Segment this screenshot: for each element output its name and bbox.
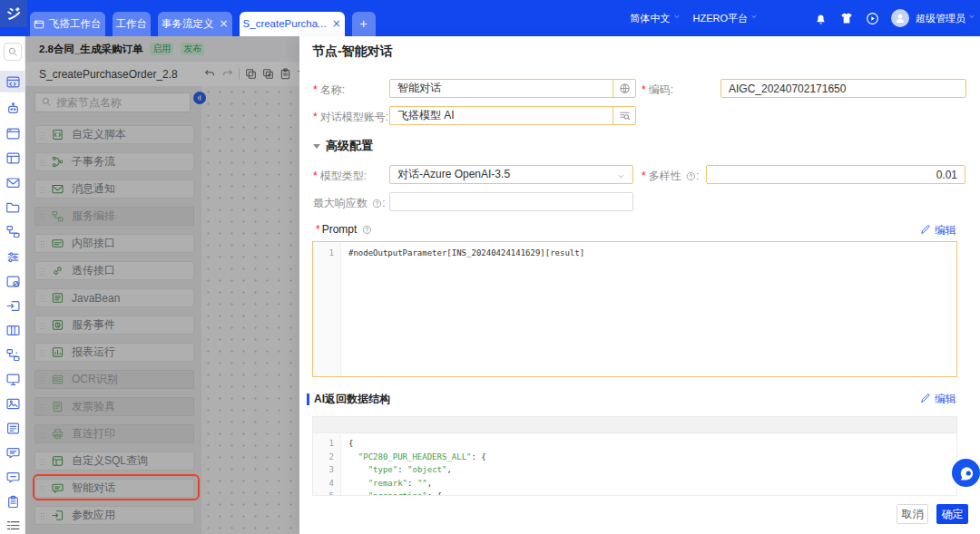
line-number: 3 — [313, 463, 334, 477]
section-accent-bar — [307, 393, 309, 405]
username-label: 超级管理员 — [916, 12, 965, 25]
chevron-down-icon — [674, 13, 681, 24]
tab-close-icon[interactable]: × — [220, 12, 229, 36]
model-select[interactable]: 对话-Azure OpenAI-3.5 — [389, 165, 633, 184]
editor-toolbar-strip — [313, 417, 956, 433]
editor-gutter — [313, 242, 341, 376]
icon-rail — [0, 36, 25, 534]
pencil-icon — [920, 224, 931, 238]
tab-2[interactable]: 工作台 — [113, 12, 152, 36]
rail-columns-icon[interactable] — [0, 319, 25, 341]
pencil-icon — [920, 393, 931, 406]
rail-robot-icon[interactable] — [0, 97, 25, 119]
rail-app-window2-icon[interactable] — [0, 147, 25, 169]
rail-folder-icon[interactable] — [0, 196, 25, 218]
cancel-button[interactable]: 取消 — [897, 504, 928, 524]
app-root: ジ 飞搭工作台工作台事务流定义×S_createPurcha...×+ 简体中文… — [0, 0, 980, 534]
notification-bell-icon[interactable] — [814, 12, 828, 25]
rail-sliders-icon[interactable] — [0, 246, 25, 267]
code-field-label: *编码: — [642, 83, 673, 98]
tab-3[interactable]: 事务流定义× — [158, 12, 232, 36]
rail-card-icon[interactable] — [0, 417, 25, 439]
help-icon[interactable] — [362, 225, 372, 235]
code-line-3: 3 "type": "object", — [313, 463, 956, 477]
new-tab-button[interactable]: + — [352, 12, 376, 36]
tab-label: S_createPurcha... — [243, 12, 327, 36]
ai-schema-header: AI返回数据结构 — [307, 392, 390, 407]
rail-window-block-icon[interactable] — [0, 270, 25, 292]
rail-monitor-icon[interactable] — [0, 368, 25, 390]
tab-label: 事务流定义 — [162, 12, 214, 36]
diversity-input[interactable]: 0.01 — [706, 165, 965, 184]
rail-list-menu-icon[interactable] — [0, 514, 25, 534]
tab-close-icon[interactable]: × — [332, 12, 341, 36]
rail-code-window-icon[interactable] — [0, 71, 25, 92]
chevron-down-icon — [618, 172, 626, 185]
advanced-section-header[interactable]: 高级配置 — [313, 138, 373, 154]
rail-import-icon[interactable] — [0, 295, 25, 316]
line-number: 1 — [313, 437, 334, 451]
collapse-caret-icon — [313, 144, 320, 149]
window-icon — [34, 19, 44, 30]
ok-button[interactable]: 确定 — [936, 504, 968, 524]
help-icon[interactable] — [686, 171, 696, 181]
line-number: 2 — [313, 451, 334, 464]
rail-send-icon[interactable] — [0, 466, 25, 488]
tab-4[interactable]: S_createPurcha...× — [240, 12, 345, 36]
code-line-1: 1{ — [313, 437, 956, 451]
language-switcher[interactable]: 简体中文 — [631, 12, 681, 25]
line-number: 5 — [313, 490, 334, 496]
tab-1[interactable]: 飞搭工作台 — [30, 12, 105, 36]
tenant-label: HZERO平台 — [693, 12, 749, 25]
user-menu[interactable]: 超级管理员 — [916, 12, 976, 25]
app-logo[interactable]: ジ — [0, 0, 27, 27]
lookup-icon[interactable] — [612, 107, 635, 124]
tab-label: 工作台 — [116, 12, 148, 36]
dialog-title: 节点-智能对话 — [312, 44, 393, 60]
modal-mask — [25, 36, 299, 534]
chevron-down-icon — [969, 13, 976, 24]
chevron-down-icon — [751, 13, 759, 24]
prompt-edit-link[interactable]: 编辑 — [920, 223, 956, 238]
max-resp-input[interactable] — [389, 192, 633, 211]
help-icon[interactable] — [372, 199, 382, 209]
tab-label: 飞搭工作台 — [49, 12, 102, 36]
prompt-editor[interactable]: 1#nodeOutputParameter[INS_20240424141629… — [312, 241, 957, 377]
line-number: 1 — [313, 247, 334, 260]
rail-flow-icon[interactable] — [0, 220, 25, 242]
code-line-2: 2 "PC280_PUR_HEADERS_ALL": { — [313, 451, 956, 464]
account-input[interactable]: 飞搭模型 AI — [389, 106, 636, 125]
rail-chat-icon[interactable] — [0, 442, 25, 463]
code-input[interactable]: AIGC_20240702171650 — [720, 79, 966, 98]
rail-search-button[interactable] — [4, 43, 22, 61]
assistant-chat-fab[interactable] — [952, 459, 980, 487]
node-config-dialog: 节点-智能对话 *名称: 智能对话 *编码: AIGC_202407021716… — [299, 36, 980, 534]
guide-play-icon[interactable] — [866, 12, 879, 25]
diversity-field-label: *多样性 : — [642, 169, 699, 184]
rail-flow2-icon[interactable] — [0, 344, 25, 365]
avatar[interactable] — [891, 9, 909, 27]
i18n-globe-icon[interactable] — [612, 80, 635, 97]
rail-app-window-icon[interactable] — [0, 122, 25, 144]
rail-paste-icon[interactable] — [0, 490, 25, 512]
ai-schema-edit-link[interactable]: 编辑 — [920, 392, 956, 407]
name-input[interactable]: 智能对话 — [389, 79, 636, 98]
code-line-1: 1#nodeOutputParameter[INS_20240424141629… — [313, 247, 956, 260]
topbar-right: 简体中文 HZERO平台 超级管理员 — [631, 0, 977, 36]
account-field-label: *对话模型账号: — [313, 110, 388, 125]
theme-shirt-icon[interactable] — [839, 11, 854, 25]
model-field-label: *模型类型: — [313, 169, 367, 184]
tab-bar: 飞搭工作台工作台事务流定义×S_createPurcha...×+ — [30, 12, 376, 36]
ai-schema-editor[interactable]: 1{2 "PC280_PUR_HEADERS_ALL": {3 "type": … — [312, 416, 957, 496]
line-number: 4 — [313, 477, 334, 490]
code-line-4: 4 "remark": "", — [313, 477, 956, 490]
tenant-switcher[interactable]: HZERO平台 — [693, 12, 760, 25]
code-line-5: 5 "properties": { — [313, 490, 956, 496]
selected-node-highlight — [33, 474, 200, 500]
language-label: 简体中文 — [631, 12, 671, 25]
top-bar: ジ 飞搭工作台工作台事务流定义×S_createPurcha...×+ 简体中文… — [0, 0, 980, 36]
name-field-label: *名称: — [313, 83, 345, 98]
rail-image-icon[interactable] — [0, 393, 25, 414]
prompt-label: *Prompt — [316, 223, 372, 236]
rail-mail-icon[interactable] — [0, 171, 25, 193]
